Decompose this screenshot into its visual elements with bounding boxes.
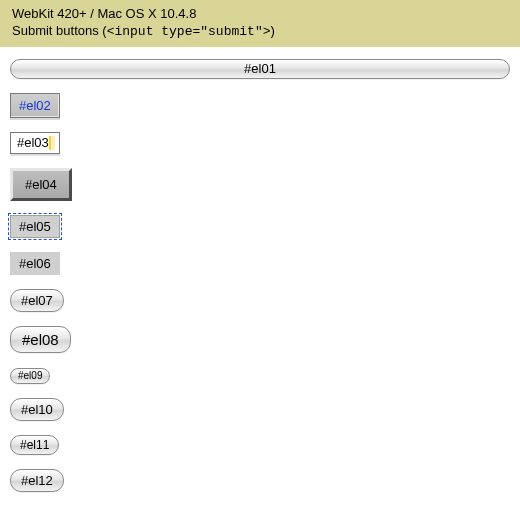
submit-el12[interactable]: #el12 <box>10 469 64 492</box>
submit-el03-label: #el03 <box>17 135 49 150</box>
submit-el05[interactable]: #el05 <box>10 215 60 238</box>
submit-el03[interactable]: #el03 <box>10 132 60 154</box>
submit-el11[interactable]: #el11 <box>10 435 59 455</box>
page-header: WebKit 420+ / Mac OS X 10.4.8 Submit but… <box>0 0 520 47</box>
page-title-suffix: ) <box>270 23 274 38</box>
submit-el01[interactable]: #el01 <box>10 59 510 79</box>
submit-el09[interactable]: #el09 <box>10 368 50 384</box>
text-caret-icon <box>49 136 55 150</box>
submit-el04[interactable]: #el04 <box>10 168 72 201</box>
user-agent-text: WebKit 420+ / Mac OS X 10.4.8 <box>12 6 508 21</box>
page-title-prefix: Submit buttons ( <box>12 23 107 38</box>
examples-container: #el01 #el02 #el03 #el04 #el05 #el06 #el0… <box>0 47 520 518</box>
submit-el10[interactable]: #el10 <box>10 398 64 421</box>
submit-el08[interactable]: #el08 <box>10 326 71 353</box>
submit-el06[interactable]: #el06 <box>10 252 60 275</box>
page-title-code: <input type="submit"> <box>107 24 271 39</box>
page-title: Submit buttons (<input type="submit">) <box>12 23 508 39</box>
submit-el02[interactable]: #el02 <box>10 93 60 118</box>
submit-el07[interactable]: #el07 <box>10 289 64 312</box>
